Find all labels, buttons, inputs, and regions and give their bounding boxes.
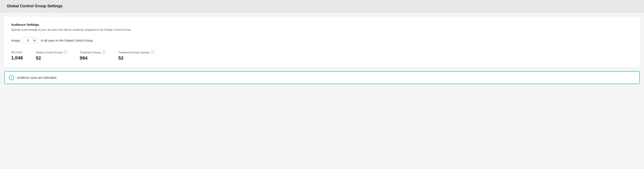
stat-all-users-value: 1,046 (11, 55, 23, 61)
stat-treatment-group-sample-header: Treatment Group Sample i (118, 51, 154, 54)
page-title: Global Control Group Settings (7, 4, 62, 8)
percent-symbol: % (33, 38, 38, 44)
audience-settings-title: Audience Settings (11, 23, 633, 26)
stats-row: All Users 1,046 Global Control Group i 5… (11, 51, 633, 61)
percent-input[interactable] (23, 38, 33, 44)
stat-all-users-label: All Users (11, 51, 22, 54)
assign-label: Assign (11, 39, 20, 42)
info-banner-text: Audience sizes are estimated. (17, 76, 57, 79)
stat-treatment-group-sample-label: Treatment Group Sample (118, 51, 150, 54)
audience-settings-description: Specify a percentage of your all users t… (11, 28, 633, 31)
stat-global-control-group-value: 52 (36, 55, 67, 61)
stat-treatment-group-header: Treatment Group i (80, 51, 106, 54)
stat-treatment-group-sample: Treatment Group Sample i 52 (118, 51, 154, 61)
treatment-group-sample-info-icon[interactable]: i (151, 51, 154, 54)
main-content-card: Audience Settings Specify a percentage o… (4, 17, 640, 67)
stat-treatment-group-value: 994 (80, 55, 106, 61)
stat-treatment-group: Treatment Group i 994 (80, 51, 106, 61)
global-control-group-info-icon[interactable]: i (63, 51, 67, 54)
stat-global-control-group: Global Control Group i 52 (36, 51, 67, 61)
treatment-group-info-icon[interactable]: i (102, 51, 105, 54)
stat-treatment-group-label: Treatment Group (80, 51, 101, 54)
stat-all-users: All Users 1,046 (11, 51, 23, 61)
percent-input-wrapper[interactable]: % (23, 37, 38, 44)
stat-global-control-group-header: Global Control Group i (36, 51, 67, 54)
stat-all-users-header: All Users (11, 51, 23, 54)
info-banner-icon: i (9, 75, 14, 80)
info-banner: i Audience sizes are estimated. (4, 71, 640, 84)
stat-treatment-group-sample-value: 52 (118, 55, 154, 61)
assign-suffix: of all users to the Global Control Group (41, 39, 93, 42)
page-header: Global Control Group Settings (0, 0, 644, 13)
stat-global-control-group-label: Global Control Group (36, 51, 62, 54)
assign-row: Assign % of all users to the Global Cont… (11, 37, 633, 44)
